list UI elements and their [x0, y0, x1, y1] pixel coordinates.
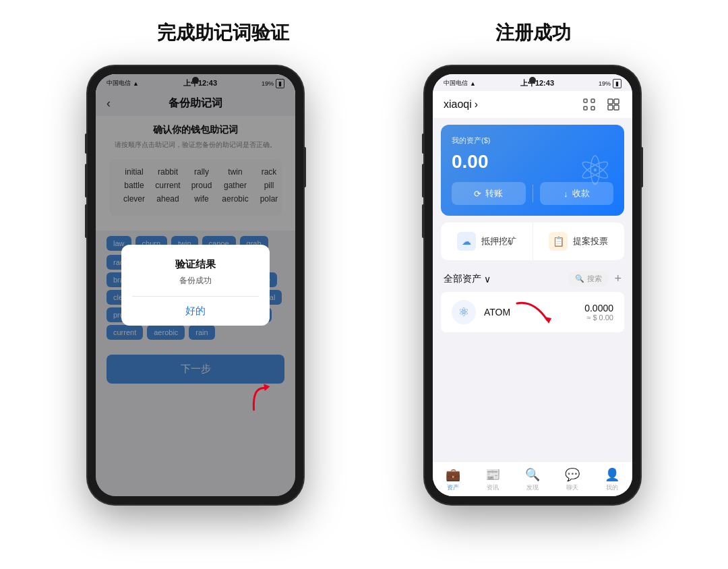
proposal-label: 提案投票	[573, 235, 608, 247]
atom-watermark-icon: ⚛	[577, 147, 613, 194]
atom-name: ATOM	[484, 307, 510, 318]
svg-rect-5	[608, 99, 613, 104]
tab-assets[interactable]: 💼 资产	[433, 467, 473, 492]
tab-news-label: 资讯	[487, 483, 499, 492]
search-icon: 🔍	[575, 274, 584, 283]
receive-icon: ↓	[564, 189, 568, 199]
username-text: xiaoqi	[444, 98, 472, 111]
svg-marker-0	[262, 382, 271, 391]
tab-profile[interactable]: 👤 我的	[593, 467, 632, 492]
transfer-icon: ⟳	[474, 189, 481, 199]
arrow-annotation-1	[235, 373, 282, 421]
tab-news[interactable]: 📰 资讯	[473, 467, 512, 492]
phone2-screen: 中国电信 ▲ 上午12:43 19% ▮ xiaoqi ›	[433, 74, 632, 496]
svg-rect-6	[614, 99, 619, 104]
layout-icon[interactable]	[605, 96, 621, 113]
scan-icon[interactable]	[581, 96, 597, 113]
feature-row: ☁ 抵押挖矿 📋 提案投票	[441, 222, 624, 260]
tab-profile-icon: 👤	[605, 467, 619, 482]
assets-controls: 🔍 搜索 +	[568, 271, 621, 287]
svg-marker-9	[545, 317, 551, 324]
title-left: 完成助记词验证	[157, 20, 289, 46]
pledge-icon: ☁	[457, 232, 476, 251]
atom-balance-amount: 0.0000	[584, 303, 613, 313]
svg-rect-1	[584, 99, 587, 102]
asset-label: 我的资产($)	[452, 136, 613, 146]
atom-balance: 0.0000 ≈ $ 0.00	[584, 303, 613, 322]
svg-rect-7	[608, 105, 613, 110]
pledge-mining-button[interactable]: ☁ 抵押挖矿	[441, 222, 533, 260]
divider	[533, 185, 533, 202]
username-area[interactable]: xiaoqi ›	[444, 98, 478, 111]
tab-chat-icon: 💬	[565, 467, 580, 482]
search-placeholder: 搜索	[587, 274, 602, 284]
transfer-label: 转账	[485, 187, 503, 200]
tab-profile-label: 我的	[606, 483, 618, 492]
add-asset-button[interactable]: +	[614, 272, 621, 286]
tab-discover-label: 发现	[526, 483, 539, 492]
search-box[interactable]: 🔍 搜索	[568, 271, 609, 287]
tab-discover[interactable]: 🔍 发现	[512, 467, 552, 492]
dialog-box: 验证结果 备份成功 好的	[121, 245, 270, 326]
assets-chevron-icon: ∨	[484, 274, 491, 284]
dialog-ok-button[interactable]: 好的	[132, 297, 259, 326]
phone1-screen: 中国电信 ▲ 上午12:43 19% ▮ ‹ 备份助记词 确认你的钱包	[96, 74, 295, 496]
tab-chat-label: 聊天	[566, 483, 578, 492]
proposal-icon: 📋	[549, 232, 568, 251]
title-right: 注册成功	[495, 20, 571, 46]
arrow-annotation-2	[514, 297, 554, 333]
phone2-status-bar: 中国电信 ▲ 上午12:43 19% ▮	[433, 74, 632, 91]
pledge-label: 抵押挖矿	[481, 235, 516, 247]
tab-chat[interactable]: 💬 聊天	[553, 467, 593, 492]
svg-rect-4	[591, 107, 595, 110]
tab-bar: 💼 资产 📰 资讯 🔍 发现 💬 聊天	[433, 461, 632, 496]
phone2-wifi-icon: ▲	[470, 80, 476, 87]
phone-left: 中国电信 ▲ 上午12:43 19% ▮ ‹ 备份助记词 确认你的钱包	[88, 66, 303, 504]
phone2-carrier: 中国电信	[444, 79, 468, 88]
proposal-vote-button[interactable]: 📋 提案投票	[533, 222, 625, 260]
tab-discover-icon: 🔍	[525, 467, 540, 482]
atom-logo-icon: ⚛	[452, 300, 476, 324]
assets-title: 全部资产 ∨	[444, 273, 491, 285]
page-header: 完成助记词验证 注册成功	[0, 0, 728, 59]
phone2-battery: 19%	[599, 80, 611, 87]
chevron-icon: ›	[475, 98, 478, 111]
dialog-title: 验证结果	[132, 258, 259, 271]
tab-assets-label: 资产	[447, 483, 459, 492]
svg-rect-3	[584, 107, 587, 110]
assets-title-text: 全部资产	[444, 273, 481, 285]
phones-container: 中国电信 ▲ 上午12:43 19% ▮ ‹ 备份助记词 确认你的钱包	[0, 59, 728, 511]
atom-balance-usd: ≈ $ 0.00	[584, 313, 613, 322]
phone-right: 中国电信 ▲ 上午12:43 19% ▮ xiaoqi ›	[425, 66, 640, 504]
svg-rect-8	[614, 105, 619, 110]
asset-card: 我的资产($) 0.00 ⟳ 转账 ↓ 收款	[441, 125, 624, 216]
assets-header: 全部资产 ∨ 🔍 搜索 +	[433, 266, 632, 289]
app-header: xiaoqi ›	[433, 91, 632, 118]
dialog-subtitle: 备份成功	[132, 275, 259, 287]
phone2-battery-icon: ▮	[613, 79, 621, 88]
dialog-overlay: 验证结果 备份成功 好的	[96, 74, 295, 496]
transfer-button[interactable]: ⟳ 转账	[452, 182, 526, 205]
header-icons	[581, 96, 621, 113]
phone2-time: 上午12:43	[520, 78, 554, 88]
tab-assets-icon: 💼	[446, 467, 460, 482]
svg-rect-2	[591, 99, 595, 102]
tab-news-icon: 📰	[485, 467, 500, 482]
